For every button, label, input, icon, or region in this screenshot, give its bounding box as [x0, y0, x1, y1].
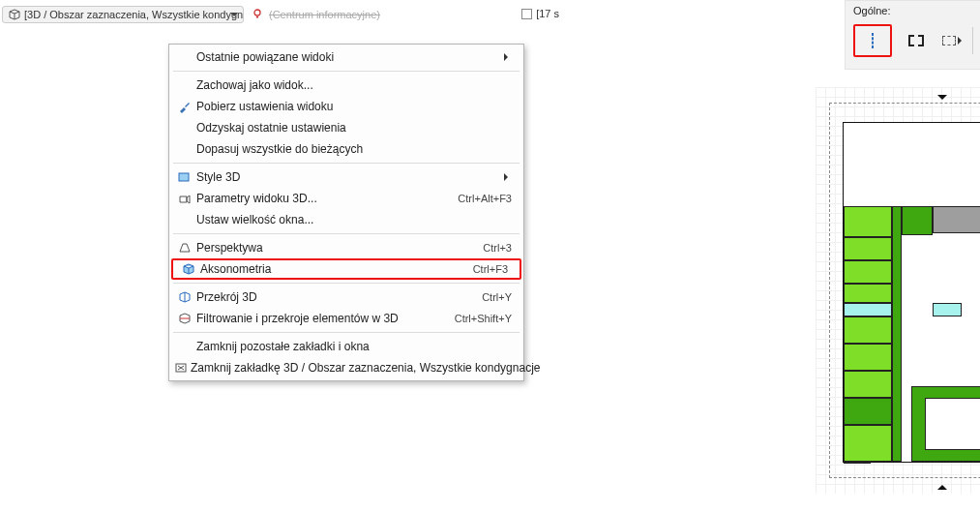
shortcut: Ctrl+Alt+F3	[458, 193, 512, 204]
dashed-rect-thin-icon	[872, 33, 874, 48]
right-pane: Ogólne:	[564, 0, 980, 512]
marquee-custom-dropdown[interactable]	[940, 27, 973, 54]
menu-axonometry[interactable]: Aksonometria Ctrl+F3	[171, 258, 521, 280]
menu-close-other-tabs[interactable]: Zamknij pozostałe zakładki i okna	[169, 336, 523, 357]
menu-restore-recent[interactable]: Odzyskaj ostatnie ustawienia	[169, 117, 523, 138]
room	[844, 425, 892, 462]
room	[844, 260, 892, 284]
room-courtyard	[925, 398, 980, 450]
menu-set-window-size[interactable]: Ustaw wielkość okna...	[169, 209, 523, 230]
tab-right[interactable]: [17 s	[521, 8, 559, 19]
submenu-arrow-icon	[504, 173, 512, 181]
view-tab-label: [3D / Obszar zaznaczenia, Wszystkie kond…	[24, 9, 244, 20]
filter-section-icon	[175, 312, 194, 325]
separator	[173, 71, 520, 72]
room-corridor	[933, 206, 980, 233]
menu-section-3d[interactable]: Przekrój 3D Ctrl+Y	[169, 286, 523, 308]
menu-recent-views[interactable]: Ostatnie powiązane widoki	[169, 46, 523, 68]
general-label: Ogólne:	[853, 5, 980, 16]
menu-fit-all-current[interactable]: Dopasuj wszystkie do bieżących	[169, 138, 523, 160]
info-center-label: (Centrum informacyjne)	[269, 9, 380, 20]
marquee-options-row	[853, 24, 980, 57]
room	[844, 344, 892, 371]
room-wet	[844, 303, 892, 316]
shortcut: Ctrl+3	[483, 242, 512, 254]
room	[844, 284, 892, 303]
separator	[173, 163, 520, 164]
menu-styles-3d[interactable]: Style 3D	[169, 166, 523, 188]
menu-save-as-view[interactable]: Zachowaj jako widok...	[169, 75, 523, 96]
menu-close-tab[interactable]: Zamknij zakładkę 3D / Obszar zaznaczenia…	[169, 357, 523, 378]
marquee-single-floor-highlighted[interactable]	[853, 24, 892, 57]
submenu-arrow-icon	[504, 53, 512, 61]
left-pane: [3D / Obszar zaznaczenia, Wszystkie kond…	[0, 0, 561, 512]
view-context-menu: Ostatnie powiązane widoki Zachowaj jako …	[168, 44, 524, 381]
view-tab-selector[interactable]: [3D / Obszar zaznaczenia, Wszystkie kond…	[2, 6, 244, 23]
camera-icon	[175, 192, 194, 205]
menu-params-3d[interactable]: Parametry widoku 3D... Ctrl+Alt+F3	[169, 188, 523, 209]
svg-point-0	[254, 10, 260, 15]
building-outline: ✕	[843, 122, 980, 463]
separator	[173, 283, 520, 284]
dashed-rect-icon	[942, 36, 956, 45]
eyedropper-icon	[175, 100, 194, 113]
room	[844, 462, 871, 464]
dropdown-arrow-icon	[958, 37, 965, 45]
tab-right-label: [17 s	[536, 8, 559, 19]
floor-plan-preview[interactable]: ✕	[816, 87, 980, 494]
general-marquee-panel: Ogólne:	[845, 0, 980, 70]
svg-rect-1	[179, 173, 189, 181]
shortcut: Ctrl+Y	[482, 291, 512, 303]
separator	[173, 332, 520, 333]
separator	[173, 233, 520, 234]
cube-icon	[9, 9, 20, 20]
close-tab-icon	[175, 361, 189, 375]
room	[844, 237, 892, 260]
styles-icon	[175, 170, 194, 184]
room	[844, 371, 892, 398]
room	[902, 206, 933, 235]
tab-bar: [3D / Obszar zaznaczenia, Wszystkie kond…	[0, 0, 561, 29]
axonometry-icon	[179, 262, 198, 276]
menu-get-view-settings[interactable]: Pobierz ustawienia widoku	[169, 96, 523, 117]
room	[844, 398, 892, 425]
section-icon	[175, 290, 194, 304]
room	[844, 206, 892, 237]
marquee-all-floors[interactable]	[900, 27, 933, 54]
room	[844, 316, 892, 344]
room-wet	[933, 303, 962, 316]
top-extra: (Centrum informacyjne)	[252, 8, 380, 21]
marker-triangle-icon	[937, 480, 947, 490]
shortcut: Ctrl+Shift+Y	[455, 313, 512, 324]
bulb-icon	[252, 8, 263, 21]
perspective-icon	[175, 241, 194, 255]
menu-filter-sections[interactable]: Filtrowanie i przekroje elementów w 3D C…	[169, 308, 523, 329]
shortcut: Ctrl+F3	[473, 263, 508, 275]
menu-perspective[interactable]: Perspektywa Ctrl+3	[169, 237, 523, 258]
dashed-rect-thick-icon	[908, 35, 924, 46]
window-icon	[521, 9, 532, 19]
room-corridor	[892, 206, 902, 462]
